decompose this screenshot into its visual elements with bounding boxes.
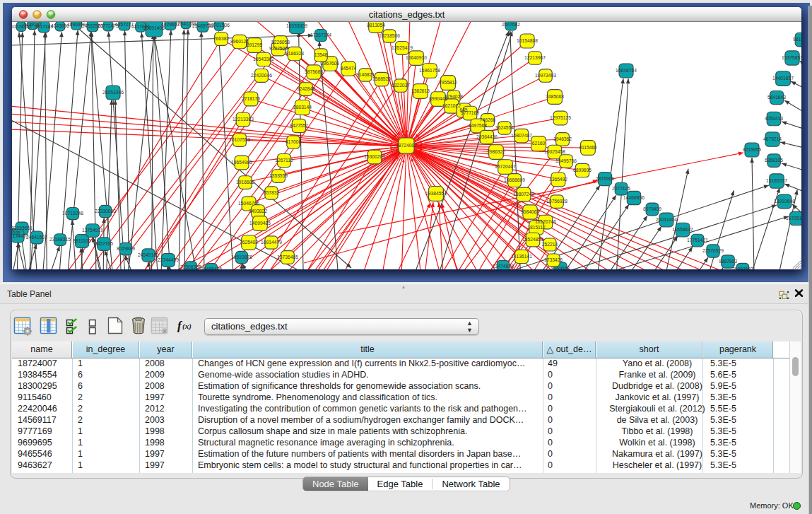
svg-text:16705148: 16705148 [786,216,801,221]
svg-text:1353559: 1353559 [269,173,288,178]
svg-text:1621022: 1621022 [442,103,461,108]
svg-text:23188315: 23188315 [49,237,71,242]
svg-text:16543362: 16543362 [253,57,274,62]
svg-text:9084067: 9084067 [521,209,539,214]
svg-text:8215955: 8215955 [743,147,761,152]
svg-text:22744459: 22744459 [158,257,179,262]
svg-text:4050413: 4050413 [765,116,783,121]
svg-text:9146821: 9146821 [356,72,375,77]
svg-text:2876966: 2876966 [596,176,614,181]
svg-text:16640910: 16640910 [406,55,427,60]
svg-text:3267110: 3267110 [275,158,293,163]
svg-text:10688609: 10688609 [504,177,525,182]
svg-text:9887903: 9887903 [719,259,737,264]
svg-text:1365492: 1365492 [549,177,567,182]
svg-text:845474: 845474 [341,66,357,71]
svg-text:557832: 557832 [264,190,280,195]
svg-text:10107553: 10107553 [229,137,250,142]
svg-text:20031404: 20031404 [656,217,677,222]
svg-text:20364436: 20364436 [476,134,498,139]
svg-text:16914479: 16914479 [261,240,282,245]
svg-text:6368105: 6368105 [765,158,783,163]
svg-text:25997682: 25997682 [732,267,753,269]
svg-text:14401657: 14401657 [772,76,794,81]
svg-text:6322037: 6322037 [392,83,410,88]
svg-text:7625402: 7625402 [240,240,258,245]
svg-text:7485063: 7485063 [546,94,564,99]
svg-text:17357274: 17357274 [310,33,331,37]
svg-text:22330030: 22330030 [95,209,116,214]
svg-text:22420046: 22420046 [251,73,272,78]
svg-text:9242848: 9242848 [297,86,315,91]
svg-text:18807249: 18807249 [513,192,534,197]
svg-text:8811165: 8811165 [73,238,90,243]
svg-text:13546: 13546 [314,52,328,57]
svg-text:6899695: 6899695 [573,168,592,173]
svg-text:62160: 62160 [532,141,546,146]
svg-text:13754919: 13754919 [82,228,103,233]
svg-text:22570529: 22570529 [702,248,724,253]
svg-text:16961758: 16961758 [419,68,440,73]
svg-text:14099485: 14099485 [249,221,271,226]
svg-text:10973493: 10973493 [535,73,556,78]
svg-text:7955812: 7955812 [439,80,457,85]
svg-text:2803144: 2803144 [293,105,312,110]
svg-text:9794028: 9794028 [445,94,463,99]
svg-text:19654985: 19654985 [231,160,252,165]
svg-text:13701506: 13701506 [208,23,230,28]
svg-text:8427552: 8427552 [290,123,308,128]
svg-text:16033809: 16033809 [286,23,307,28]
svg-text:16510878: 16510878 [231,255,252,259]
svg-text:3624554: 3624554 [495,125,514,130]
svg-text:252214: 252214 [542,242,558,247]
svg-text:8813054: 8813054 [367,23,385,28]
svg-text:891295: 891295 [247,42,263,47]
svg-text:3493822: 3493822 [249,209,267,214]
svg-text:1362615: 1362615 [411,88,430,93]
svg-text:22474828: 22474828 [493,264,514,269]
svg-text:15495756: 15495756 [555,158,577,163]
svg-text:8369062: 8369062 [551,266,570,269]
svg-text:19384554: 19384554 [425,191,447,196]
svg-text:12213967: 12213967 [524,55,546,60]
svg-text:2967608: 2967608 [321,61,339,66]
svg-text:5641643: 5641643 [767,95,786,100]
svg-text:20691406: 20691406 [143,25,165,30]
svg-text:10154808: 10154808 [517,38,538,43]
svg-text:1946362: 1946362 [553,136,572,141]
svg-text:19218506: 19218506 [379,33,400,38]
svg-text:10756928: 10756928 [546,199,567,204]
svg-text:2047682: 2047682 [502,22,520,27]
svg-text:13910648: 13910648 [774,199,795,204]
svg-text:1733426: 1733426 [544,257,563,262]
svg-text:6457765: 6457765 [95,241,113,246]
svg-text:15046766: 15046766 [238,201,259,206]
svg-text:1815112: 1815112 [527,225,546,230]
svg-text:22093651: 22093651 [12,226,33,230]
svg-text:13736485: 13736485 [277,255,298,259]
svg-text:9115460: 9115460 [579,145,597,150]
svg-text:10710248: 10710248 [62,211,83,216]
svg-text:13525419: 13525419 [392,45,413,50]
svg-text:2077105: 2077105 [612,186,630,191]
svg-text:8029889: 8029889 [117,246,135,251]
svg-text:22306335: 22306335 [180,264,201,269]
svg-text:9327509: 9327509 [269,46,288,51]
svg-text:8186323: 8186323 [286,51,304,56]
svg-text:10025458: 10025458 [544,149,565,154]
svg-text:6497568: 6497568 [469,123,487,128]
svg-text:24549181: 24549181 [138,252,159,257]
svg-text:11558837: 11558837 [672,227,693,232]
svg-text:14136141: 14136141 [511,254,532,259]
svg-text:16120746: 16120746 [535,219,556,224]
svg-text:1588520: 1588520 [372,76,391,81]
svg-text:13524851: 13524851 [522,237,543,242]
svg-text:9777169: 9777169 [461,110,479,115]
svg-text:4679214: 4679214 [763,136,782,141]
svg-text:25465435: 25465435 [201,267,222,269]
svg-text:417006: 417006 [286,139,302,144]
svg-text:9816145: 9816145 [793,37,801,42]
svg-text:15300203: 15300203 [364,154,385,159]
svg-text:(x): (x) [182,322,192,331]
svg-text:2718176: 2718176 [242,96,260,101]
